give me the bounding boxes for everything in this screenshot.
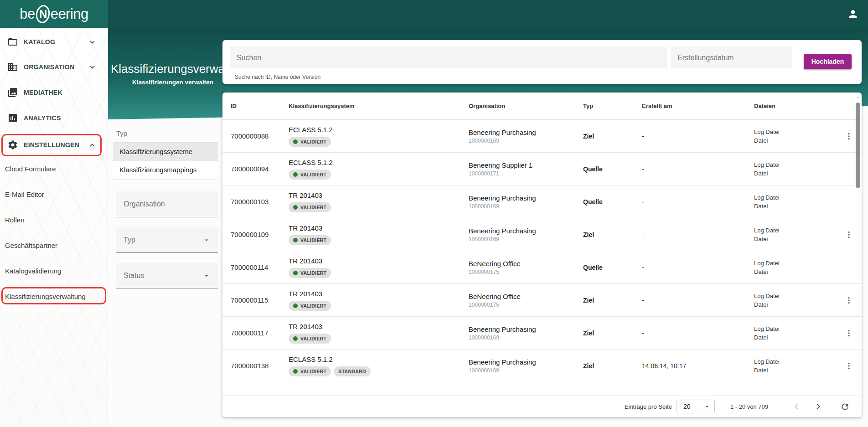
sidebar-subitem-rollen[interactable]: Rollen xyxy=(0,211,108,229)
table-row[interactable]: 7000000114TR 201403VALIDIERTBeNeering Of… xyxy=(222,251,862,284)
cell-dateien: Log DateiDatei xyxy=(754,292,836,309)
chevron-down-icon xyxy=(202,236,211,244)
file-link-log-datei[interactable]: Log Datei xyxy=(754,226,836,235)
chevron-up-icon xyxy=(88,141,96,149)
search-panel: Suche nach ID, Name oder Version Hochlad… xyxy=(222,40,862,84)
cell-erstellt-am: 14.06.14, 10:17 xyxy=(642,362,754,370)
sidebar-subitem-e-mail-editor[interactable]: E-Mail Editor xyxy=(0,185,108,204)
cell-dateien: Log DateiDatei xyxy=(754,226,836,243)
kebab-menu-icon[interactable] xyxy=(844,328,854,338)
table-scrollbar[interactable] xyxy=(855,94,861,415)
status-badge-validiert: VALIDIERT xyxy=(289,301,331,311)
file-link-log-datei[interactable]: Log Datei xyxy=(754,259,836,268)
table-row[interactable]: 7000000094ECLASS 5.1.2VALIDIERTBeneering… xyxy=(222,153,862,185)
column-header-erstellt-am: Erstellt am xyxy=(642,103,754,109)
previous-page-icon[interactable] xyxy=(791,401,802,412)
per-page-select[interactable]: 20 xyxy=(677,400,715,413)
file-link-datei[interactable]: Datei xyxy=(754,300,836,309)
organisation-id: 1000000169 xyxy=(469,334,583,341)
status-badge-validiert: VALIDIERT xyxy=(289,202,331,212)
classification-system-name: ECLASS 5.1.2 xyxy=(289,126,469,134)
kebab-menu-icon[interactable] xyxy=(844,230,854,240)
file-link-datei[interactable]: Datei xyxy=(754,268,836,276)
tab-klassifizierungssysteme[interactable]: Klassifizierungssysteme xyxy=(113,143,218,161)
table-row[interactable]: 7000000088ECLASS 5.1.2VALIDIERTBeneering… xyxy=(222,120,862,153)
file-link-log-datei[interactable]: Log Datei xyxy=(754,357,836,366)
cell-typ: Quelle xyxy=(583,198,642,206)
table-row[interactable]: 7000000117TR 201403VALIDIERTBeneering Pu… xyxy=(222,317,862,350)
cell-id: 7000000094 xyxy=(231,165,289,173)
file-link-log-datei[interactable]: Log Datei xyxy=(754,160,836,169)
sidebar-subitem-label: E-Mail Editor xyxy=(5,185,44,204)
file-link-log-datei[interactable]: Log Datei xyxy=(754,128,836,136)
status-badges: VALIDIERT xyxy=(289,268,469,278)
classification-system-name: ECLASS 5.1.2 xyxy=(289,159,469,166)
sidebar-item-einstellungen[interactable]: EINSTELLUNGEN xyxy=(0,136,108,154)
table-row[interactable]: 7000000103TR 201403VALIDIERTBeneering Pu… xyxy=(222,185,862,218)
sidebar-subitem-gesch-ftspartner[interactable]: Geschäftspartner xyxy=(0,237,108,255)
kebab-menu-icon[interactable] xyxy=(844,361,854,371)
kebab-menu-icon[interactable] xyxy=(844,295,854,305)
file-link-log-datei[interactable]: Log Datei xyxy=(754,193,836,202)
scrollbar-thumb[interactable] xyxy=(856,103,860,188)
file-link-datei[interactable]: Datei xyxy=(754,136,836,145)
cell-erstellt-am: - xyxy=(642,165,754,173)
file-link-datei[interactable]: Datei xyxy=(754,169,836,178)
tab-klassifizierungsmappings[interactable]: Klassifizierungsmappings xyxy=(113,161,218,179)
validated-dot-icon xyxy=(293,139,298,144)
cell-organisation: Beneering Purchasing1000000169 xyxy=(469,129,583,144)
upload-button[interactable]: Hochladen xyxy=(804,54,852,69)
file-link-log-datei[interactable]: Log Datei xyxy=(754,324,836,333)
refresh-icon[interactable] xyxy=(840,402,850,412)
sidebar-item-analytics[interactable]: ANALYTICS xyxy=(0,109,108,127)
account-icon[interactable] xyxy=(847,8,859,20)
organisation-filter-input[interactable] xyxy=(116,191,218,217)
table-row[interactable]: 7000000138ECLASS 5.1.2VALIDIERTSTANDARDB… xyxy=(222,350,862,382)
file-link-datei[interactable]: Datei xyxy=(754,366,836,375)
sidebar-subitem-katalogvalidierung[interactable]: Katalogvalidierung xyxy=(0,262,108,280)
status-badge-validiert: VALIDIERT xyxy=(289,334,331,344)
column-header-id: ID xyxy=(231,103,289,109)
organisation-id: 1000000169 xyxy=(469,236,583,242)
scroll-up-icon[interactable] xyxy=(856,95,860,100)
cell-dateien: Log DateiDatei xyxy=(754,193,836,211)
sidebar-subitem-klassifizierungsverwaltung[interactable]: Klassifizierungsverwaltung xyxy=(0,288,108,306)
organisation-name: Beneering Purchasing xyxy=(469,227,583,235)
status-filter-select[interactable]: Status xyxy=(116,263,218,288)
sidebar-item-label: KATALOG xyxy=(24,33,55,51)
scroll-down-icon[interactable] xyxy=(856,410,860,414)
kebab-menu-icon[interactable] xyxy=(844,131,854,141)
sidebar-subitem-label: Cloud Formulare xyxy=(5,160,56,178)
cell-typ: Ziel xyxy=(583,297,642,304)
cell-klassifizierungssystem: TR 201403VALIDIERT xyxy=(289,224,469,245)
validated-dot-icon xyxy=(293,271,298,275)
table-row[interactable]: 7000000109TR 201403VALIDIERTBeneering Pu… xyxy=(222,218,862,251)
cell-erstellt-am: - xyxy=(642,297,754,304)
search-input[interactable] xyxy=(230,46,667,69)
sidebar-item-label: MEDIATHEK xyxy=(24,83,62,102)
sidebar-item-mediathek[interactable]: MEDIATHEK xyxy=(0,83,108,102)
sidebar-subitem-label: Rollen xyxy=(5,211,25,229)
cell-erstellt-am: - xyxy=(642,231,754,238)
file-link-log-datei[interactable]: Log Datei xyxy=(754,292,836,300)
next-page-icon[interactable] xyxy=(813,401,824,412)
cell-id: 7000000138 xyxy=(231,362,289,370)
typ-filter-select[interactable]: Typ xyxy=(116,227,218,253)
organisation-name: Beneering Purchasing xyxy=(469,129,583,136)
cell-id: 7000000114 xyxy=(231,263,289,271)
file-link-datei[interactable]: Datei xyxy=(754,202,836,211)
creation-date-input[interactable] xyxy=(671,46,792,69)
brand-logo[interactable]: beNeering xyxy=(0,0,108,28)
validated-dot-icon xyxy=(293,304,298,308)
cell-id: 7000000117 xyxy=(231,329,289,337)
cell-klassifizierungssystem: TR 201403VALIDIERT xyxy=(289,191,469,212)
sidebar-subitem-cloud-formulare[interactable]: Cloud Formulare xyxy=(0,160,108,178)
sidebar-item-organisation[interactable]: ORGANISATION xyxy=(0,58,108,76)
table-row[interactable]: 7000000115TR 201403VALIDIERTBeNeering Of… xyxy=(222,284,862,317)
status-badge-standard: STANDARD xyxy=(334,366,371,376)
logo-text-n: N xyxy=(39,8,46,21)
file-link-datei[interactable]: Datei xyxy=(754,333,836,342)
cell-dateien: Log DateiDatei xyxy=(754,128,836,145)
file-link-datei[interactable]: Datei xyxy=(754,235,836,243)
sidebar-item-katalog[interactable]: KATALOG xyxy=(0,33,108,51)
